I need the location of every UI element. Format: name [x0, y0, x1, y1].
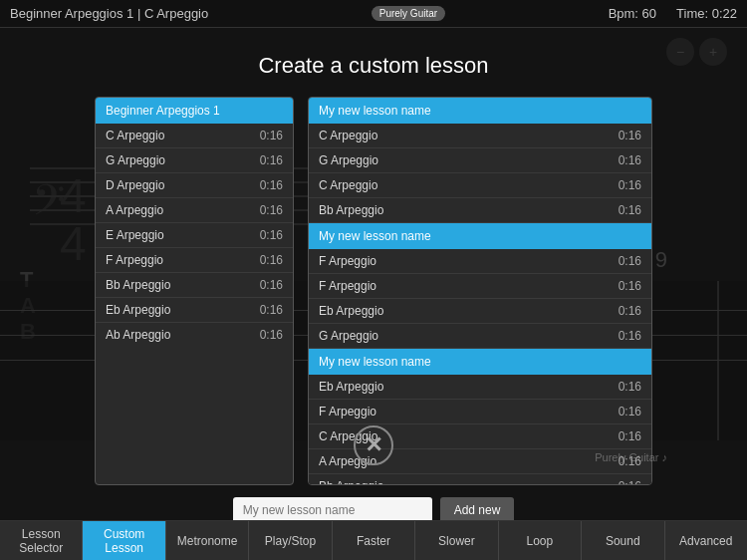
modal-overlay: Create a custom lesson Beginner Arpeggio…: [0, 28, 747, 520]
close-button[interactable]: ✕: [354, 425, 393, 465]
left-list-item[interactable]: E Arpeggio0:16: [96, 223, 293, 248]
window-title: Beginner Arpeggios 1 | C Arpeggio: [10, 6, 208, 21]
close-icon: ✕: [365, 432, 382, 458]
main-area: 𝄢 4 4 TAB 9 − +: [0, 28, 747, 520]
add-new-button[interactable]: Add new: [440, 497, 515, 520]
right-list-item[interactable]: Bb Arpeggio0:16: [309, 198, 651, 223]
right-section-header: My new lesson name: [309, 223, 651, 249]
top-bar-info: Bpm: 60 Time: 0:22: [609, 6, 737, 21]
right-list-item[interactable]: Eb Arpeggio0:16: [309, 375, 651, 400]
bottom-logo: Purely Guitar ♪: [595, 447, 667, 465]
right-list-item[interactable]: G Arpeggio0:16: [309, 148, 651, 173]
right-list-item[interactable]: Bb Arpeggio0:16: [309, 474, 651, 485]
left-list-items: C Arpeggio0:16G Arpeggio0:16D Arpeggio0:…: [96, 124, 293, 347]
right-section-header: My new lesson name: [309, 349, 651, 375]
left-list-header: Beginner Arpeggios 1: [96, 98, 293, 124]
left-list-item[interactable]: Bb Arpeggio0:16: [96, 273, 293, 298]
left-list-item[interactable]: Eb Arpeggio0:16: [96, 298, 293, 323]
right-list-sections: My new lesson nameC Arpeggio0:16G Arpegg…: [309, 98, 651, 485]
right-lesson-list: My new lesson nameC Arpeggio0:16G Arpegg…: [308, 97, 652, 485]
left-list-item[interactable]: D Arpeggio0:16: [96, 173, 293, 198]
left-list-item[interactable]: F Arpeggio0:16: [96, 248, 293, 273]
loop-button[interactable]: Loop: [499, 521, 582, 560]
play-stop-button[interactable]: Play/Stop: [249, 521, 332, 560]
left-list-item[interactable]: Ab Arpeggio0:16: [96, 323, 293, 347]
bottom-toolbar: Lesson Selector Custom Lesson Metronome …: [0, 520, 747, 560]
right-list-item[interactable]: Eb Arpeggio0:16: [309, 299, 651, 324]
input-row: Add new: [233, 497, 515, 520]
right-list-item[interactable]: F Arpeggio0:16: [309, 274, 651, 299]
left-list-item[interactable]: G Arpeggio0:16: [96, 148, 293, 173]
custom-lesson-button[interactable]: Custom Lesson: [83, 521, 165, 560]
left-list-item[interactable]: C Arpeggio0:16: [96, 124, 293, 148]
lesson-selector-button[interactable]: Lesson Selector: [0, 521, 83, 560]
sound-button[interactable]: Sound: [582, 521, 664, 560]
right-list-item[interactable]: F Arpeggio0:16: [309, 400, 651, 424]
advanced-button[interactable]: Advanced: [665, 521, 747, 560]
modal-title: Create a custom lesson: [258, 53, 488, 79]
right-list-item[interactable]: G Arpeggio0:16: [309, 324, 651, 349]
metronome-button[interactable]: Metronome: [166, 521, 249, 560]
faster-button[interactable]: Faster: [333, 521, 415, 560]
logo-badge: Purely Guitar: [372, 6, 445, 21]
time-display: Time: 0:22: [676, 6, 737, 21]
bpm-display: Bpm: 60: [609, 6, 656, 21]
lesson-name-input[interactable]: [233, 497, 432, 520]
right-list-item[interactable]: C Arpeggio0:16: [309, 173, 651, 198]
right-list-item[interactable]: C Arpeggio0:16: [309, 124, 651, 148]
slower-button[interactable]: Slower: [415, 521, 498, 560]
right-section-header: My new lesson name: [309, 98, 651, 124]
left-lesson-list: Beginner Arpeggios 1 C Arpeggio0:16G Arp…: [95, 97, 294, 485]
right-list-item[interactable]: F Arpeggio0:16: [309, 249, 651, 274]
top-bar: Beginner Arpeggios 1 | C Arpeggio Purely…: [0, 0, 747, 28]
left-list-item[interactable]: A Arpeggio0:16: [96, 198, 293, 223]
